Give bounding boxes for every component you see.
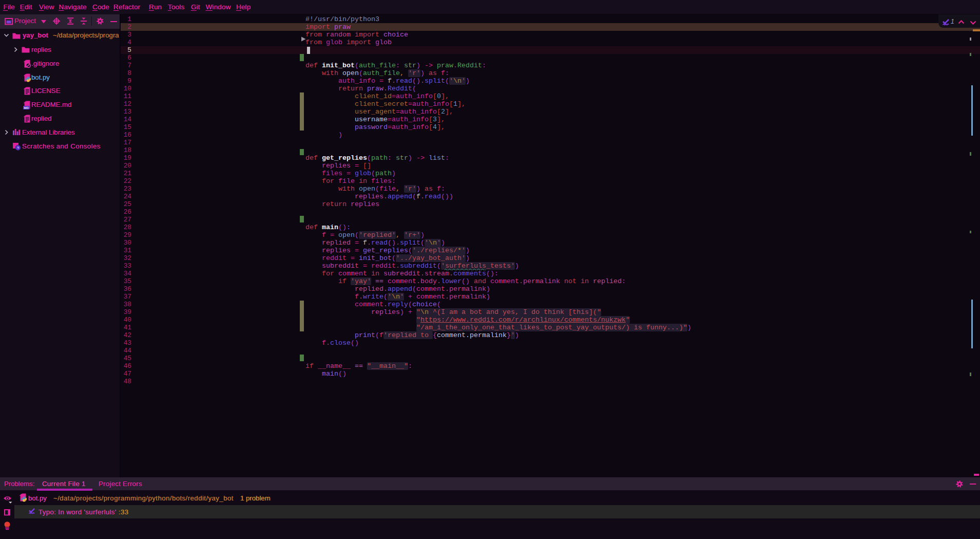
svg-text:MD: MD: [24, 106, 29, 109]
